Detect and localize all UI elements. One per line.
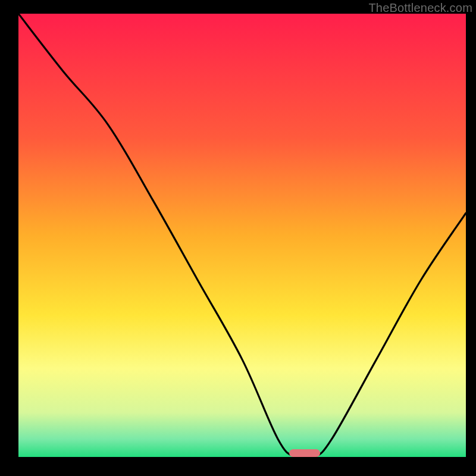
watermark-text: TheBottleneck.com [368,1,472,15]
bottleneck-curve [18,14,466,457]
chart-frame: TheBottleneck.com [0,0,476,476]
optimal-marker [289,449,320,457]
plot-area [18,14,466,457]
